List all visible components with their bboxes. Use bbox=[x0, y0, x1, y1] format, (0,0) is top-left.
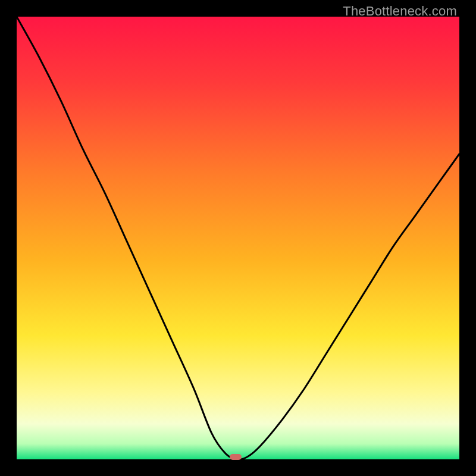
chart-gradient-background bbox=[17, 17, 459, 459]
bottleneck-chart bbox=[17, 17, 459, 459]
chart-frame bbox=[17, 17, 459, 459]
optimal-point-marker bbox=[230, 454, 242, 460]
